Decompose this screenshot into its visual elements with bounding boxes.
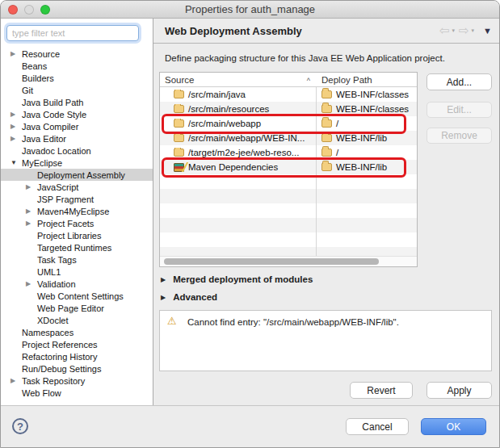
cancel-button[interactable]: Cancel	[346, 418, 409, 435]
sidebar-item-java-editor[interactable]: ▶Java Editor	[1, 132, 153, 144]
chevron-right-icon[interactable]: ▶	[11, 111, 22, 118]
sidebar-item-javascript[interactable]: ▶JavaScript	[1, 181, 153, 193]
horizontal-scrollbar[interactable]	[164, 258, 379, 265]
titlebar[interactable]: Properties for auth_manage	[1, 1, 499, 19]
close-button[interactable]	[8, 5, 18, 15]
sidebar-item-task-tags[interactable]: Task Tags	[1, 253, 153, 266]
sidebar-item-project-facets[interactable]: ▶Project Facets	[1, 217, 153, 229]
sidebar-item-web-content-settings[interactable]: Web Content Settings	[1, 290, 153, 302]
deploy-path-cell: /	[316, 119, 338, 128]
cell-text: /src/main/java	[188, 90, 246, 99]
sidebar-item-web-page-editor[interactable]: Web Page Editor	[1, 302, 153, 314]
footer-bar: ? Cancel OK	[1, 405, 499, 447]
sidebar-item-label: Java Compiler	[22, 122, 78, 132]
ok-button[interactable]: OK	[421, 418, 486, 435]
source-cell: /target/m2e-jee/web-reso...	[160, 148, 316, 157]
forward-dropdown-icon[interactable]: ▾	[472, 27, 475, 34]
sidebar-item-namespaces[interactable]: Namespaces	[1, 326, 153, 338]
back-icon[interactable]: ⇦	[439, 24, 450, 37]
column-header-source[interactable]: Source ^	[160, 75, 316, 85]
window-title: Properties for auth_manage	[1, 1, 499, 19]
sidebar-item-web-flow[interactable]: Web Flow	[1, 387, 153, 399]
folder-icon	[174, 105, 184, 113]
chevron-down-icon[interactable]: ▼	[11, 159, 22, 166]
table-row[interactable]: /src/main/javaWEB-INF/classes	[160, 87, 417, 102]
warning-text: Cannot find entry: "/src/main/webapp/WEB…	[187, 317, 399, 327]
chevron-right-icon[interactable]: ▶	[26, 183, 37, 191]
table-row[interactable]: /src/main/webapp/WEB-IN...WEB-INF/lib	[160, 131, 417, 145]
sidebar-item-label: UML1	[37, 267, 61, 277]
folder-icon	[321, 134, 332, 142]
chevron-right-icon[interactable]: ▶	[11, 123, 22, 130]
chevron-right-icon[interactable]: ▶	[26, 220, 37, 227]
sidebar-item-label: XDoclet	[37, 316, 69, 325]
chevron-right-icon[interactable]: ▶	[11, 377, 22, 384]
sidebar-item-project-libraries[interactable]: Project Libraries	[1, 229, 153, 241]
sidebar-item-refactoring-history[interactable]: Refactoring History	[1, 350, 153, 362]
table-row[interactable]: Maven DependenciesWEB-INF/lib	[160, 160, 417, 174]
sidebar-item-maven4myeclipse[interactable]: ▶Maven4MyEclipse	[1, 205, 153, 217]
view-menu-icon[interactable]: ▼	[483, 26, 492, 36]
main-header: Web Deployment Assembly ⇦ ▾ ⇨ ▾ ▼	[153, 19, 499, 44]
revert-button[interactable]: Revert	[350, 382, 413, 399]
chevron-right-icon[interactable]: ▶	[11, 135, 22, 142]
sidebar-item-task-repository[interactable]: ▶Task Repository	[1, 375, 153, 387]
remove-button[interactable]: Remove	[426, 128, 492, 144]
sidebar-item-java-code-style[interactable]: ▶Java Code Style	[1, 108, 153, 120]
sidebar-tree: ▶ResourceBeansBuildersGitJava Build Path…	[1, 48, 153, 399]
folder-icon	[321, 163, 332, 171]
sidebar-item-project-references[interactable]: Project References	[1, 338, 153, 350]
table-row[interactable]: /target/m2e-jee/web-reso.../	[160, 145, 417, 160]
sidebar-item-myeclipse[interactable]: ▼MyEclipse	[1, 157, 153, 169]
sidebar-item-jsp-fragment[interactable]: JSP Fragment	[1, 193, 153, 205]
sidebar-item-label: Project Facets	[37, 219, 94, 228]
sidebar-item-validation[interactable]: ▶Validation	[1, 278, 153, 290]
sidebar-item-git[interactable]: Git	[1, 84, 153, 96]
sidebar-item-resource[interactable]: ▶Resource	[1, 48, 153, 60]
sidebar-item-beans[interactable]: Beans	[1, 60, 153, 72]
folder-icon	[174, 149, 184, 157]
forward-icon[interactable]: ⇨	[459, 24, 469, 37]
sidebar-item-label: Task Tags	[37, 255, 77, 265]
minimize-button[interactable]	[24, 5, 34, 15]
sidebar-item-deployment-assembly[interactable]: Deployment Assembly	[1, 169, 153, 181]
table-row[interactable]: /src/main/resourcesWEB-INF/classes	[160, 102, 417, 116]
cell-text: Maven Dependencies	[188, 162, 278, 172]
sidebar-item-java-build-path[interactable]: Java Build Path	[1, 96, 153, 108]
sidebar-item-label: Run/Debug Settings	[22, 364, 101, 374]
edit-button[interactable]: Edit...	[426, 102, 492, 118]
sidebar-item-run-debug-settings[interactable]: Run/Debug Settings	[1, 362, 153, 375]
chevron-right-icon[interactable]: ▶	[11, 50, 22, 57]
section-advanced[interactable]: ▶ Advanced	[161, 292, 217, 302]
chevron-right-icon[interactable]: ▶	[26, 207, 37, 215]
sort-asc-icon: ^	[307, 77, 310, 85]
column-header-deploy[interactable]: Deploy Path	[316, 75, 372, 85]
back-dropdown-icon[interactable]: ▾	[452, 27, 456, 34]
sidebar-item-targeted-runtimes[interactable]: Targeted Runtimes	[1, 241, 153, 253]
sidebar-item-label: Resource	[22, 49, 60, 59]
chevron-right-icon[interactable]: ▶	[26, 280, 37, 287]
cell-text: /src/main/resources	[188, 104, 269, 114]
folder-icon	[321, 149, 332, 157]
page-title: Web Deployment Assembly	[165, 25, 302, 37]
help-button[interactable]: ?	[12, 418, 28, 434]
filter-input[interactable]	[6, 25, 139, 41]
sidebar-item-uml1[interactable]: UML1	[1, 266, 153, 278]
section-merged-deployment[interactable]: ▶ Merged deployment of modules	[161, 274, 313, 284]
horizontal-scrollbar-track[interactable]	[160, 256, 417, 266]
add-button[interactable]: Add...	[426, 73, 492, 90]
deploy-path-cell: WEB-INF/classes	[316, 90, 409, 99]
apply-button[interactable]: Apply	[426, 382, 492, 399]
cell-text: WEB-INF/lib	[336, 162, 387, 172]
section-label: Merged deployment of modules	[173, 274, 313, 284]
zoom-button[interactable]	[40, 5, 50, 15]
sidebar-item-label: Namespaces	[22, 328, 74, 337]
sidebar-item-xdoclet[interactable]: XDoclet	[1, 314, 153, 326]
sidebar-item-label: Maven4MyEclipse	[37, 207, 109, 216]
table-row[interactable]: /src/main/webapp/	[160, 116, 417, 131]
folder-icon	[174, 119, 184, 128]
sidebar-item-builders[interactable]: Builders	[1, 72, 153, 84]
sidebar-item-java-compiler[interactable]: ▶Java Compiler	[1, 120, 153, 132]
cell-text: WEB-INF/classes	[336, 90, 409, 99]
sidebar-item-javadoc-location[interactable]: Javadoc Location	[1, 144, 153, 157]
